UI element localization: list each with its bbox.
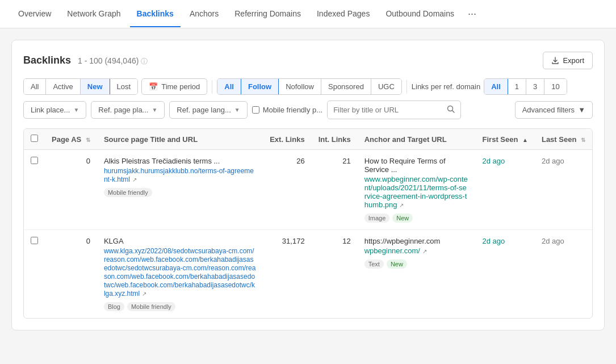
row1-page-as: 0 [45,150,97,230]
svg-line-1 [452,111,455,113]
row1-anchor-title: How to Require Terms of Service ... [364,157,469,174]
ref-1-button[interactable]: 1 [508,79,526,94]
row1-ext-links: 26 [263,150,311,230]
external-link-icon: ↗ [132,177,137,183]
row1-source: Alkis Pleistras Trečiadienis terms ... h… [97,150,263,230]
type-filter-group: All Active New Lost [23,78,138,95]
link-place-dropdown[interactable]: Link place... ▼ [23,101,86,119]
row2-checkbox[interactable] [31,237,38,244]
col-header-anchor: Anchor and Target URL [358,129,476,150]
col-header-int-links: Int. Links [312,129,358,150]
filter-all-button[interactable]: All [24,79,46,94]
ref-3-button[interactable]: 3 [526,79,544,94]
info-icon[interactable]: ⓘ [141,57,148,65]
col-header-first-seen: First Seen ▲ [476,129,535,150]
col-header-source-page: Source page Title and URL [97,129,263,150]
row1-check-cell [24,150,45,230]
select-all-header [24,129,45,150]
nav-item-referring-domains[interactable]: Referring Domains [228,1,308,27]
row1-tag-image: Image [364,214,390,223]
top-navigation: Overview Network Graph Backlinks Anchors… [0,0,616,28]
filter-lost-button[interactable]: Lost [110,79,138,94]
divider2 [407,80,407,94]
backlinks-table: Page AS ⇅ Source page Title and URL Ext.… [24,129,592,318]
row2-page-as: 0 [45,230,97,319]
link-filter-ugc-button[interactable]: UGC [371,79,401,94]
main-content: Backlinks 1 - 100 (494,046) ⓘ Export All… [0,28,616,342]
mobile-friendly-checkbox-label[interactable]: Mobile friendly p... [252,106,323,114]
filter-new-button[interactable]: New [81,79,110,94]
row2-anchor-url[interactable]: wpbeginner.com/ [364,246,420,255]
nav-more-button[interactable]: ··· [463,0,481,28]
row1-checkbox[interactable] [31,157,38,164]
card-header: Backlinks 1 - 100 (494,046) ⓘ Export [23,52,593,69]
row1-tag-mobile: Mobile friendly [104,188,152,197]
ref-page-place-dropdown[interactable]: Ref. page pla... ▼ [91,101,165,119]
nav-item-network-graph[interactable]: Network Graph [60,1,127,27]
ref-all-button[interactable]: All [484,79,508,94]
table-header-row: Page AS ⇅ Source page Title and URL Ext.… [24,129,592,150]
card-title-group: Backlinks 1 - 100 (494,046) ⓘ [23,55,148,66]
external-link-icon3: ↗ [142,291,146,297]
nav-item-backlinks[interactable]: Backlinks [130,1,181,27]
sort-icon-first-seen: ▲ [522,137,528,143]
sort-icon: ⇅ [86,137,90,143]
external-link-icon2: ↗ [399,202,404,208]
filter-row-2: Link place... ▼ Ref. page pla... ▼ Ref. … [23,101,593,119]
backlinks-card: Backlinks 1 - 100 (494,046) ⓘ Export All… [11,40,605,330]
chevron-down-icon: ▼ [73,107,79,113]
filter-active-button[interactable]: Active [46,79,80,94]
search-button[interactable] [441,101,460,119]
row1-anchor-tags: Image New [364,211,469,223]
sort-icon-last-seen: ⇅ [581,137,585,143]
row2-tag-new: New [387,260,407,269]
link-filter-all-button[interactable]: All [217,79,241,94]
export-icon [551,57,559,65]
divider [212,80,212,94]
row2-source-url[interactable]: www.klga.xyz/2022/08/sedotwcsurabaya-cm.… [104,247,255,298]
row2-source: KLGA www.klga.xyz/2022/08/sedotwcsurabay… [97,230,263,319]
backlinks-table-wrap: Page AS ⇅ Source page Title and URL Ext.… [23,128,593,319]
nav-item-overview[interactable]: Overview [11,1,58,27]
links-per-ref-label: Links per ref. domain [412,82,480,91]
ref-page-lang-dropdown[interactable]: Ref. page lang... ▼ [169,101,247,119]
search-input[interactable] [328,102,441,118]
chevron-down-icon3: ▼ [234,107,240,113]
select-all-checkbox[interactable] [31,135,38,142]
card-subtitle: 1 - 100 (494,046) [78,56,139,65]
ref-10-button[interactable]: 10 [544,79,566,94]
col-header-page-as: Page AS ⇅ [45,129,97,150]
link-type-filter-group: All Follow Nofollow Sponsored UGC [217,78,401,95]
row1-int-links: 21 [312,150,358,230]
row2-tag-mobile: Mobile friendly [127,302,175,311]
row2-check-cell [24,230,45,319]
row2-ext-links: 31,172 [263,230,311,319]
row1-anchor-url[interactable]: www.wpbeginner.com/wp-content/uploads/20… [364,175,468,209]
links-per-ref-group: All 1 3 10 [484,78,567,95]
time-period-button[interactable]: 📅 Time period [141,78,207,95]
row2-anchor-tags: Text New [364,257,469,269]
nav-item-indexed-pages[interactable]: Indexed Pages [310,1,376,27]
row2-anchor-title: https://wpbeginner.com [364,237,469,245]
external-link-icon4: ↗ [422,248,427,254]
col-header-ext-links: Ext. Links [263,129,311,150]
nav-item-outbound-domains[interactable]: Outbound Domains [379,1,461,27]
nav-item-anchors[interactable]: Anchors [183,1,225,27]
row1-anchor: How to Require Terms of Service ... www.… [358,150,476,230]
row1-last-seen: 2d ago [535,150,592,230]
row1-source-url[interactable]: hurumsjakk.hurumsjakklubb.no/terms-of-ag… [104,167,254,183]
filter-row-1: All Active New Lost 📅 Time period All Fo… [23,78,593,95]
advanced-filters-button[interactable]: Advanced filters ▼ [515,101,593,119]
row2-int-links: 12 [312,230,358,319]
link-filter-sponsored-button[interactable]: Sponsored [321,79,371,94]
mobile-friendly-checkbox[interactable] [252,106,259,114]
card-title: Backlinks [23,55,71,66]
chevron-down-icon2: ▼ [152,107,157,113]
row1-tag-new: New [392,214,413,223]
row2-tag-blog: Blog [104,302,124,311]
row1-source-title: Alkis Pleistras Trečiadienis terms ... [104,157,256,165]
link-filter-nofollow-button[interactable]: Nofollow [279,79,321,94]
link-filter-follow-button[interactable]: Follow [241,79,279,94]
export-button[interactable]: Export [543,52,593,69]
row2-tag-text: Text [364,260,384,269]
